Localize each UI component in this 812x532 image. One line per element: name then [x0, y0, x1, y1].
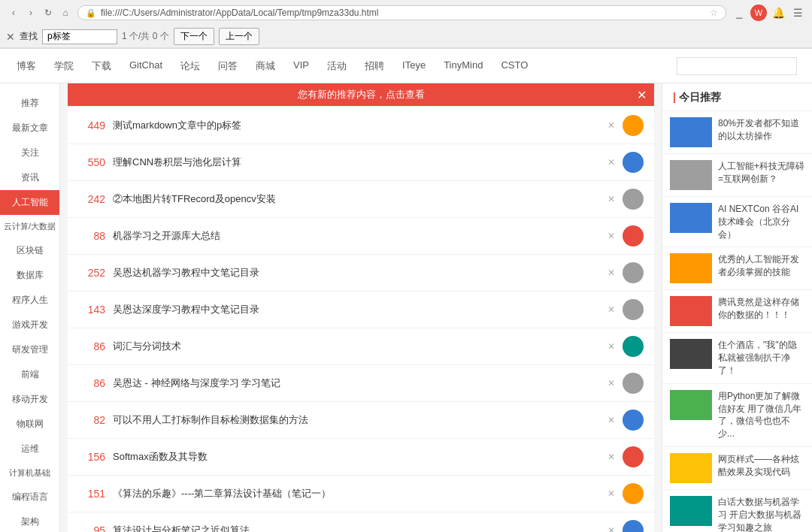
article-close-0[interactable]: ✕: [607, 120, 615, 131]
article-num-7: 86: [78, 377, 105, 389]
rec-text-5: 住个酒店，"我"的隐私就被强制扒干净了！: [718, 339, 804, 376]
nav-item-activity[interactable]: 活动: [326, 59, 348, 73]
article-close-3[interactable]: ✕: [607, 231, 615, 241]
rec-item-3[interactable]: 优秀的人工智能开发者必须掌握的技能: [662, 247, 812, 290]
sidebar-item-cs[interactable]: 计算机基础: [0, 461, 59, 485]
sidebar-item-news[interactable]: 资讯: [0, 165, 59, 190]
address-lock-icon: 🔒: [86, 8, 96, 18]
find-bar-close-button[interactable]: ✕: [6, 31, 15, 43]
home-button[interactable]: ⌂: [58, 5, 73, 20]
article-title-9[interactable]: Softmax函数及其导数: [113, 450, 597, 464]
article-title-8[interactable]: 可以不用人工打标制作目标检测数据集的方法: [113, 413, 597, 427]
article-avatar-7: [623, 373, 644, 394]
nav-item-download[interactable]: 下载: [90, 59, 113, 73]
find-bar-input[interactable]: [42, 29, 117, 44]
rec-item-2[interactable]: AI NEXTCon 谷谷AI技术峰会（北京分会）: [662, 197, 812, 247]
article-title-2[interactable]: ②本地图片转TFRecord及opencv安装: [113, 192, 597, 206]
article-title-0[interactable]: 测试markdown文章中的p标签: [113, 119, 597, 132]
rec-thumb-8: [670, 496, 712, 526]
article-close-6[interactable]: ✕: [607, 341, 615, 352]
article-close-9[interactable]: ✕: [607, 452, 615, 462]
avatar-icon[interactable]: W: [750, 5, 767, 21]
article-avatar-6: [623, 336, 644, 357]
rec-thumb-1: [670, 160, 712, 190]
sidebar-item-life[interactable]: 程序人生: [0, 288, 59, 313]
nav-item-mall[interactable]: 商城: [254, 59, 277, 73]
sidebar-item-frontend[interactable]: 前端: [0, 362, 59, 387]
sidebar-item-rdmgt[interactable]: 研发管理: [0, 337, 59, 362]
find-bar-count: 1 个/共 0 个: [122, 30, 169, 43]
back-button[interactable]: ‹: [6, 5, 21, 20]
top-nav-items: 博客 学院 下载 GitChat 论坛 问答 商城 VIP 活动 招聘 ITey…: [15, 59, 529, 73]
rec-item-5[interactable]: 住个酒店，"我"的隐私就被强制扒干净了！: [662, 333, 812, 383]
nav-item-vip[interactable]: VIP: [292, 59, 311, 73]
rec-text-1: 人工智能+科技无障碍=互联网创新？: [718, 160, 804, 186]
nav-item-qa[interactable]: 问答: [217, 59, 239, 73]
rec-item-4[interactable]: 腾讯竟然是这样存储你的数据的！！！: [662, 290, 812, 333]
article-item-7: 86 吴恩达 - 神经网络与深度学习 学习笔记 ✕: [68, 365, 654, 402]
sidebar-item-mobile[interactable]: 移动开发: [0, 387, 59, 412]
article-title-3[interactable]: 机器学习之开源库大总结: [113, 229, 597, 243]
sidebar-item-cloud[interactable]: 云计算/大数据: [0, 215, 59, 238]
find-prev-button[interactable]: 上一个: [219, 28, 259, 45]
article-close-10[interactable]: ✕: [607, 488, 615, 499]
notification-text: 您有新的推荐内容，点击查看: [298, 88, 425, 101]
article-title-5[interactable]: 吴恩达深度学习教程中文笔记目录: [113, 303, 597, 316]
article-close-4[interactable]: ✕: [607, 268, 615, 278]
rec-item-8[interactable]: 白话大数据与机器学习 开启大数据与机器学习知趣之旅: [662, 490, 812, 532]
sidebar-item-arch[interactable]: 架构: [0, 509, 59, 532]
forward-button[interactable]: ›: [23, 5, 38, 20]
rec-item-0[interactable]: 80%开发者都不知道的以太坊操作: [662, 111, 812, 154]
sidebar-item-ai[interactable]: 人工智能: [0, 190, 59, 215]
article-close-8[interactable]: ✕: [607, 415, 615, 425]
rec-item-1[interactable]: 人工智能+科技无障碍=互联网创新？: [662, 154, 812, 197]
article-title-11[interactable]: 算法设计与分析笔记之近似算法: [113, 524, 597, 532]
article-title-4[interactable]: 吴恩达机器学习教程中文笔记目录: [113, 266, 597, 280]
article-title-7[interactable]: 吴恩达 - 神经网络与深度学习 学习笔记: [113, 376, 597, 390]
reload-button[interactable]: ↻: [41, 5, 56, 20]
sidebar-item-database[interactable]: 数据库: [0, 263, 59, 288]
nav-item-blog[interactable]: 博客: [15, 59, 38, 73]
find-next-button[interactable]: 下一个: [174, 28, 214, 45]
nav-item-gitchat[interactable]: GitChat: [128, 59, 164, 73]
right-sidebar-title: 今日推荐: [662, 83, 812, 111]
article-close-7[interactable]: ✕: [607, 378, 615, 388]
notifications-icon[interactable]: 🔔: [770, 5, 786, 21]
sidebar-item-blockchain[interactable]: 区块链: [0, 238, 59, 263]
article-title-10[interactable]: 《算法的乐趣》----第二章算法设计基础（笔记一）: [113, 487, 597, 500]
notification-bar[interactable]: 您有新的推荐内容，点击查看 ✕: [68, 83, 654, 106]
sidebar-item-latest[interactable]: 最新文章: [0, 116, 59, 141]
article-avatar-10: [623, 483, 644, 504]
rec-item-7[interactable]: 网页样式——各种炫酷效果及实现代码: [662, 447, 812, 490]
sidebar-item-gamedev[interactable]: 游戏开发: [0, 313, 59, 337]
address-bar[interactable]: 🔒 file:///C:/Users/Administrator/AppData…: [77, 5, 726, 20]
nav-item-iteye[interactable]: ITeye: [401, 59, 427, 73]
nav-item-tinymind[interactable]: TinyMind: [442, 59, 484, 73]
nav-item-csto[interactable]: CSTO: [499, 59, 529, 73]
article-close-1[interactable]: ✕: [607, 157, 615, 168]
sidebar-item-iot[interactable]: 物联网: [0, 412, 59, 437]
sidebar-item-recommend[interactable]: 推荐: [0, 91, 59, 116]
article-close-2[interactable]: ✕: [607, 194, 615, 204]
article-close-11[interactable]: ✕: [607, 525, 615, 532]
article-num-5: 143: [78, 304, 105, 316]
rec-item-6[interactable]: 用Python更加了解微信好友 用了微信几年了，微信号也也不少...: [662, 384, 812, 447]
settings-icon[interactable]: ☰: [789, 5, 806, 21]
address-star-icon[interactable]: ☆: [710, 8, 718, 18]
rec-thumb-2: [670, 203, 712, 233]
notification-close-button[interactable]: ✕: [637, 88, 647, 102]
article-avatar-2: [623, 189, 644, 210]
sidebar-item-ops[interactable]: 运维: [0, 437, 59, 461]
article-title-6[interactable]: 词汇与分词技术: [113, 340, 597, 353]
search-input[interactable]: [677, 57, 797, 75]
article-close-5[interactable]: ✕: [607, 304, 615, 315]
article-title-1[interactable]: 理解CNN卷积层与池化层计算: [113, 156, 597, 169]
sidebar-item-follow[interactable]: 关注: [0, 141, 59, 165]
content-area: 您有新的推荐内容，点击查看 ✕ 449 测试markdown文章中的p标签 ✕ …: [60, 83, 662, 532]
article-avatar-4: [623, 262, 644, 283]
nav-item-forum[interactable]: 论坛: [179, 59, 201, 73]
extensions-icon[interactable]: ⎯: [731, 5, 747, 21]
nav-item-recruit[interactable]: 招聘: [363, 59, 386, 73]
sidebar-item-lang[interactable]: 编程语言: [0, 485, 59, 509]
nav-item-academy[interactable]: 学院: [53, 59, 75, 73]
